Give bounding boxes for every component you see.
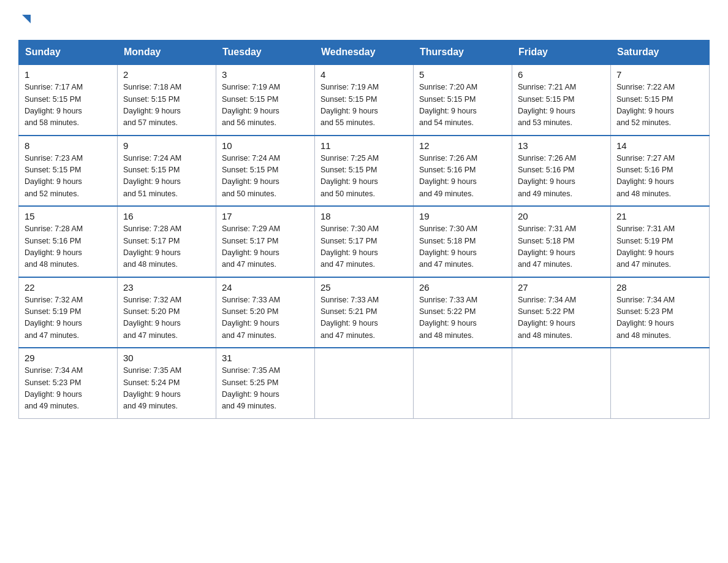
day-info: Sunrise: 7:32 AMSunset: 5:19 PMDaylight:…: [25, 296, 83, 340]
day-cell-18: 18 Sunrise: 7:30 AMSunset: 5:17 PMDaylig…: [315, 206, 414, 277]
empty-cell: [315, 348, 414, 418]
day-info: Sunrise: 7:33 AMSunset: 5:21 PMDaylight:…: [320, 296, 379, 340]
day-number: 19: [419, 211, 506, 221]
day-number: 27: [518, 282, 605, 293]
day-info: Sunrise: 7:33 AMSunset: 5:22 PMDaylight:…: [419, 296, 477, 340]
day-number: 13: [518, 140, 605, 151]
day-info: Sunrise: 7:30 AMSunset: 5:18 PMDaylight:…: [419, 224, 477, 269]
day-cell-5: 5 Sunrise: 7:20 AMSunset: 5:15 PMDayligh…: [414, 64, 512, 136]
day-number: 20: [518, 211, 605, 221]
day-cell-23: 23 Sunrise: 7:32 AMSunset: 5:20 PMDaylig…: [118, 277, 216, 348]
day-info: Sunrise: 7:24 AMSunset: 5:15 PMDaylight:…: [123, 154, 181, 198]
weekday-header-sunday: Sunday: [19, 40, 118, 65]
day-info: Sunrise: 7:28 AMSunset: 5:16 PMDaylight:…: [25, 224, 83, 269]
day-cell-30: 30 Sunrise: 7:35 AMSunset: 5:24 PMDaylig…: [118, 348, 216, 418]
day-number: 17: [222, 211, 309, 221]
day-cell-12: 12 Sunrise: 7:26 AMSunset: 5:16 PMDaylig…: [414, 136, 512, 207]
day-number: 8: [25, 140, 112, 151]
day-cell-13: 13 Sunrise: 7:26 AMSunset: 5:16 PMDaylig…: [512, 136, 611, 207]
day-cell-4: 4 Sunrise: 7:19 AMSunset: 5:15 PMDayligh…: [315, 64, 414, 136]
day-info: Sunrise: 7:22 AMSunset: 5:15 PMDaylight:…: [616, 83, 675, 127]
day-info: Sunrise: 7:27 AMSunset: 5:16 PMDaylight:…: [616, 154, 675, 198]
day-number: 15: [25, 211, 112, 221]
day-cell-16: 16 Sunrise: 7:28 AMSunset: 5:17 PMDaylig…: [118, 206, 216, 277]
logo: [18, 12, 33, 29]
day-number: 31: [222, 353, 309, 363]
day-number: 7: [616, 69, 703, 80]
empty-cell: [512, 348, 611, 418]
day-number: 3: [222, 69, 309, 80]
day-cell-11: 11 Sunrise: 7:25 AMSunset: 5:15 PMDaylig…: [315, 136, 414, 207]
day-cell-7: 7 Sunrise: 7:22 AMSunset: 5:15 PMDayligh…: [611, 64, 710, 136]
weekday-header-monday: Monday: [118, 40, 216, 65]
day-number: 29: [25, 353, 112, 363]
day-cell-14: 14 Sunrise: 7:27 AMSunset: 5:16 PMDaylig…: [611, 136, 710, 207]
day-cell-15: 15 Sunrise: 7:28 AMSunset: 5:16 PMDaylig…: [19, 206, 118, 277]
day-info: Sunrise: 7:31 AMSunset: 5:18 PMDaylight:…: [518, 224, 576, 269]
day-number: 1: [25, 69, 112, 80]
day-info: Sunrise: 7:29 AMSunset: 5:17 PMDaylight:…: [222, 224, 280, 269]
day-cell-29: 29 Sunrise: 7:34 AMSunset: 5:23 PMDaylig…: [19, 348, 118, 418]
day-info: Sunrise: 7:34 AMSunset: 5:23 PMDaylight:…: [616, 296, 675, 340]
day-number: 30: [123, 353, 210, 363]
day-info: Sunrise: 7:26 AMSunset: 5:16 PMDaylight:…: [518, 154, 576, 198]
weekday-header-wednesday: Wednesday: [315, 40, 414, 65]
week-row-2: 8 Sunrise: 7:23 AMSunset: 5:15 PMDayligh…: [19, 136, 710, 207]
day-number: 22: [25, 282, 112, 293]
weekday-header-tuesday: Tuesday: [216, 40, 315, 65]
day-info: Sunrise: 7:32 AMSunset: 5:20 PMDaylight:…: [123, 296, 181, 340]
day-info: Sunrise: 7:19 AMSunset: 5:15 PMDaylight:…: [320, 83, 379, 127]
day-number: 24: [222, 282, 309, 293]
day-number: 11: [320, 140, 408, 151]
empty-cell: [414, 348, 512, 418]
day-info: Sunrise: 7:30 AMSunset: 5:17 PMDaylight:…: [320, 224, 379, 269]
day-cell-9: 9 Sunrise: 7:24 AMSunset: 5:15 PMDayligh…: [118, 136, 216, 207]
day-cell-22: 22 Sunrise: 7:32 AMSunset: 5:19 PMDaylig…: [19, 277, 118, 348]
day-info: Sunrise: 7:24 AMSunset: 5:15 PMDaylight:…: [222, 154, 280, 198]
weekday-header-thursday: Thursday: [414, 40, 512, 65]
day-info: Sunrise: 7:35 AMSunset: 5:24 PMDaylight:…: [123, 366, 181, 410]
day-info: Sunrise: 7:33 AMSunset: 5:20 PMDaylight:…: [222, 296, 280, 340]
calendar-table: SundayMondayTuesdayWednesdayThursdayFrid…: [18, 40, 710, 419]
day-number: 21: [616, 211, 703, 221]
day-info: Sunrise: 7:25 AMSunset: 5:15 PMDaylight:…: [320, 154, 379, 198]
day-cell-20: 20 Sunrise: 7:31 AMSunset: 5:18 PMDaylig…: [512, 206, 611, 277]
day-info: Sunrise: 7:19 AMSunset: 5:15 PMDaylight:…: [222, 83, 280, 127]
day-cell-8: 8 Sunrise: 7:23 AMSunset: 5:15 PMDayligh…: [19, 136, 118, 207]
day-cell-17: 17 Sunrise: 7:29 AMSunset: 5:17 PMDaylig…: [216, 206, 315, 277]
day-info: Sunrise: 7:20 AMSunset: 5:15 PMDaylight:…: [419, 83, 477, 127]
day-cell-3: 3 Sunrise: 7:19 AMSunset: 5:15 PMDayligh…: [216, 64, 315, 136]
day-info: Sunrise: 7:34 AMSunset: 5:22 PMDaylight:…: [518, 296, 576, 340]
empty-cell: [611, 348, 710, 418]
day-cell-19: 19 Sunrise: 7:30 AMSunset: 5:18 PMDaylig…: [414, 206, 512, 277]
day-info: Sunrise: 7:35 AMSunset: 5:25 PMDaylight:…: [222, 366, 280, 410]
day-cell-28: 28 Sunrise: 7:34 AMSunset: 5:23 PMDaylig…: [611, 277, 710, 348]
day-cell-21: 21 Sunrise: 7:31 AMSunset: 5:19 PMDaylig…: [611, 206, 710, 277]
day-number: 23: [123, 282, 210, 293]
day-info: Sunrise: 7:31 AMSunset: 5:19 PMDaylight:…: [616, 224, 675, 269]
day-number: 26: [419, 282, 506, 293]
day-number: 5: [419, 69, 506, 80]
day-cell-1: 1 Sunrise: 7:17 AMSunset: 5:15 PMDayligh…: [19, 64, 118, 136]
day-number: 25: [320, 282, 408, 293]
weekday-header-row: SundayMondayTuesdayWednesdayThursdayFrid…: [19, 40, 710, 65]
weekday-header-friday: Friday: [512, 40, 611, 65]
weekday-header-saturday: Saturday: [611, 40, 710, 65]
day-cell-26: 26 Sunrise: 7:33 AMSunset: 5:22 PMDaylig…: [414, 277, 512, 348]
day-number: 16: [123, 211, 210, 221]
day-info: Sunrise: 7:26 AMSunset: 5:16 PMDaylight:…: [419, 154, 477, 198]
day-number: 12: [419, 140, 506, 151]
week-row-1: 1 Sunrise: 7:17 AMSunset: 5:15 PMDayligh…: [19, 64, 710, 136]
day-number: 14: [616, 140, 703, 151]
day-number: 9: [123, 140, 210, 151]
day-cell-10: 10 Sunrise: 7:24 AMSunset: 5:15 PMDaylig…: [216, 136, 315, 207]
svg-marker-0: [22, 15, 31, 23]
day-number: 28: [616, 282, 703, 293]
day-cell-24: 24 Sunrise: 7:33 AMSunset: 5:20 PMDaylig…: [216, 277, 315, 348]
day-cell-25: 25 Sunrise: 7:33 AMSunset: 5:21 PMDaylig…: [315, 277, 414, 348]
day-number: 18: [320, 211, 408, 221]
week-row-4: 22 Sunrise: 7:32 AMSunset: 5:19 PMDaylig…: [19, 277, 710, 348]
day-number: 4: [320, 69, 408, 80]
week-row-3: 15 Sunrise: 7:28 AMSunset: 5:16 PMDaylig…: [19, 206, 710, 277]
day-number: 10: [222, 140, 309, 151]
